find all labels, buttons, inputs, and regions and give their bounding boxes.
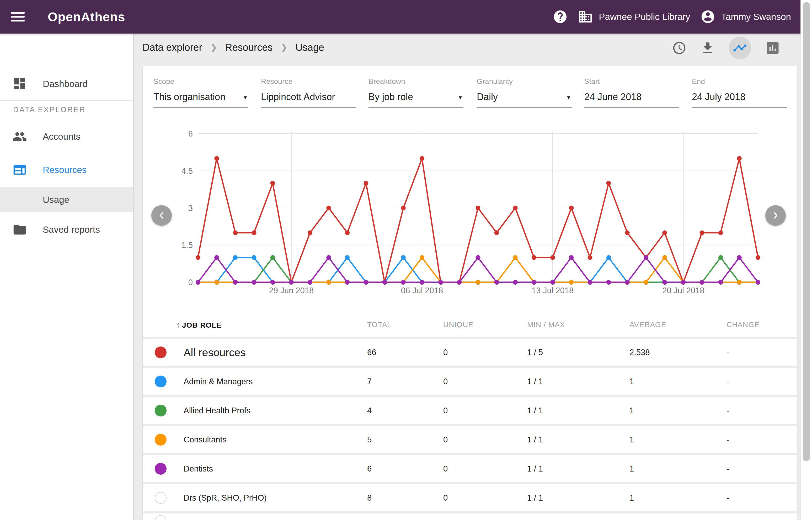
filter-scope-value: This organisation: [153, 92, 225, 102]
usage-line-chart: 01.534.5629 Jun 201806 Jul 201813 Jul 20…: [143, 121, 791, 304]
organisation-name: Pawnee Public Library: [599, 11, 690, 22]
table-row-allied-health-profs[interactable]: Allied Health Profs 4 0 1 / 1 1 -: [143, 397, 797, 424]
filter-resource[interactable]: Resource Lippincott Advisor: [261, 77, 356, 108]
column-header-total[interactable]: TOTAL: [367, 320, 392, 329]
sidebar-item-resources[interactable]: Resources: [0, 157, 133, 182]
series-color-dot: [155, 515, 167, 520]
history-clock-icon[interactable]: [672, 41, 687, 55]
breadcrumb-data-explorer[interactable]: Data explorer: [142, 42, 202, 53]
breadcrumb-resources[interactable]: Resources: [225, 42, 273, 53]
svg-text:4.5: 4.5: [181, 166, 193, 176]
bar-chart-view-button[interactable]: [765, 40, 781, 56]
filter-start-date-value: 24 June 2018: [584, 92, 641, 102]
series-color-dot: [155, 405, 167, 416]
series-color-dot: [155, 434, 167, 446]
filter-granularity-value: Daily: [477, 92, 498, 102]
user-avatar-icon: [700, 9, 715, 24]
table-row-all-resources[interactable]: All resources 66 0 1 / 5 2.538 -: [143, 339, 797, 366]
page-scrollbar[interactable]: [801, 0, 812, 520]
line-chart-icon: [733, 41, 747, 55]
usage-report-card: Scope This organisation ▼ Resource Lippi…: [143, 66, 797, 520]
sidebar-item-saved-reports[interactable]: Saved reports: [0, 217, 133, 242]
filter-breakdown-value: By job role: [369, 92, 413, 102]
user-name: Tammy Swanson: [721, 11, 791, 22]
chart-next-button[interactable]: [765, 205, 786, 226]
sidebar-item-accounts[interactable]: Accounts: [0, 124, 133, 149]
help-icon[interactable]: [552, 9, 568, 24]
organisation-icon: [578, 9, 593, 24]
svg-text:13 Jul 2018: 13 Jul 2018: [532, 286, 573, 295]
filter-breakdown[interactable]: Breakdown By job role ▼: [369, 77, 463, 108]
menu-icon[interactable]: [11, 10, 25, 24]
scrollbar-thumb[interactable]: [803, 2, 810, 461]
table-row-dentists[interactable]: Dentists 6 0 1 / 1 1 -: [143, 455, 797, 482]
sidebar-divider: [0, 100, 133, 101]
column-header-min-max[interactable]: MIN / MAX: [527, 320, 565, 329]
chevron-right-icon: [770, 210, 781, 221]
filter-start-date[interactable]: Start 24 June 2018: [584, 77, 679, 108]
filter-granularity[interactable]: Granularity Daily ▼: [477, 77, 572, 108]
sidebar-item-usage[interactable]: Usage: [0, 187, 133, 212]
column-header-change[interactable]: CHANGE: [727, 320, 760, 329]
filter-resource-value: Lippincott Advisor: [261, 92, 335, 102]
usage-table: ↑JOB ROLE TOTAL UNIQUE MIN / MAX AVERAGE…: [143, 313, 797, 520]
column-header-average[interactable]: AVERAGE: [630, 320, 666, 329]
table-row-partial[interactable]: [143, 514, 797, 520]
table-row-consultants[interactable]: Consultants 5 0 1 / 1 1 -: [143, 426, 797, 453]
chevron-right-icon: ❯: [210, 42, 217, 52]
chart-prev-button[interactable]: [151, 205, 172, 226]
app-logo: OpenAthens: [48, 10, 125, 24]
sort-ascending-icon: ↑: [176, 320, 180, 329]
svg-text:0: 0: [188, 278, 193, 287]
svg-text:20 Jul 2018: 20 Jul 2018: [662, 286, 704, 295]
dropdown-arrow-icon: ▼: [566, 95, 571, 101]
svg-text:1.5: 1.5: [181, 241, 193, 250]
dropdown-arrow-icon: ▼: [458, 95, 463, 101]
line-chart-view-button[interactable]: [729, 37, 751, 59]
report-toolbar: [672, 37, 781, 59]
sidebar: Dashboard DATA EXPLORER Accounts Resourc…: [0, 33, 133, 520]
table-header: ↑JOB ROLE TOTAL UNIQUE MIN / MAX AVERAGE…: [143, 313, 797, 337]
app-header: OpenAthens Pawnee Public Library Tammy S…: [0, 0, 801, 33]
table-row-drs[interactable]: Drs (SpR, SHO, PrHO) 8 0 1 / 1 1 -: [143, 484, 797, 511]
svg-text:6: 6: [188, 129, 193, 138]
series-color-dot: [155, 346, 167, 358]
series-color-dot: [155, 375, 167, 387]
series-color-dot: [155, 492, 167, 504]
dashboard-icon: [12, 77, 27, 91]
organisation-menu[interactable]: Pawnee Public Library: [578, 9, 690, 24]
folder-icon: [12, 222, 27, 237]
column-header-unique[interactable]: UNIQUE: [443, 320, 473, 329]
people-icon: [12, 129, 27, 144]
svg-text:29 Jun 2018: 29 Jun 2018: [269, 286, 314, 295]
filter-scope[interactable]: Scope This organisation ▼: [153, 77, 248, 108]
column-header-job-role[interactable]: ↑JOB ROLE: [176, 320, 222, 330]
sidebar-section-label: DATA EXPLORER: [13, 105, 85, 114]
svg-text:3: 3: [188, 204, 193, 213]
user-menu[interactable]: Tammy Swanson: [700, 9, 791, 24]
resources-icon: [12, 162, 27, 177]
filter-end-date-value: 24 July 2018: [692, 92, 745, 102]
chevron-left-icon: [156, 210, 167, 221]
series-color-dot: [155, 463, 167, 475]
dropdown-arrow-icon: ▼: [243, 95, 248, 101]
table-body: All resources 66 0 1 / 5 2.538 - Admin &…: [143, 337, 797, 520]
breadcrumb: Data explorer ❯ Resources ❯ Usage: [142, 42, 324, 53]
sidebar-item-dashboard[interactable]: Dashboard: [0, 71, 133, 97]
chevron-right-icon: ❯: [280, 42, 288, 52]
filter-end-date[interactable]: End 24 July 2018: [692, 77, 787, 108]
download-icon[interactable]: [700, 41, 715, 55]
breadcrumb-usage[interactable]: Usage: [295, 42, 324, 53]
svg-text:06 Jul 2018: 06 Jul 2018: [401, 286, 443, 295]
table-row-admin-managers[interactable]: Admin & Managers 7 0 1 / 1 1 -: [143, 368, 797, 395]
